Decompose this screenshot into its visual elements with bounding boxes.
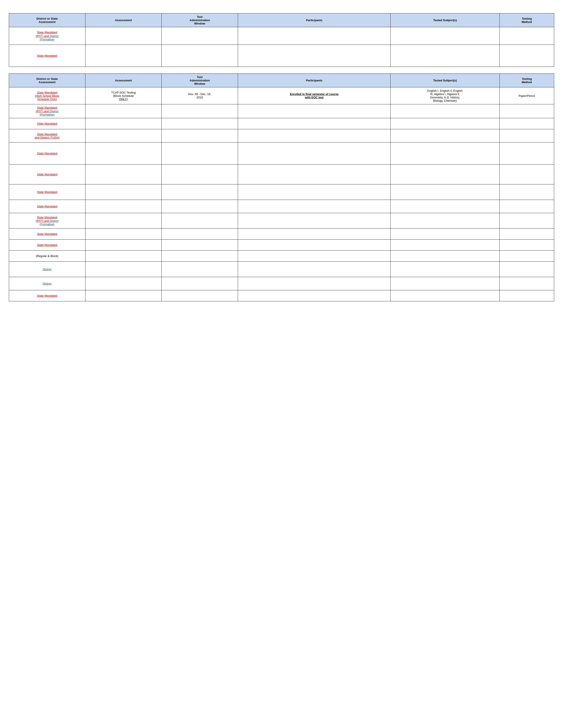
participants-cell [238,251,390,262]
window-cell [162,104,238,118]
window-cell [162,229,238,240]
window-cell-hs: Nov. 28 - Dec. 16,2016 [162,87,238,104]
assessment-cell [85,165,162,184]
subjects-cell [391,262,500,277]
district-link-rti3[interactable]: State Mandated(RTI2) and District(Format… [36,216,58,226]
subjects-cell [391,290,500,301]
participants-cell [238,229,390,240]
participants-cell [238,290,390,301]
window-cell [162,251,238,262]
regular-block-text: (Regular & Block) [36,254,58,258]
district-link-state4[interactable]: State Mandated [37,173,57,176]
method-cell [500,143,554,165]
assessment-cell [85,129,162,143]
district-cell: District [9,277,85,290]
header-row: District or StateAssessment Assessment T… [9,13,554,27]
subjects-cell [391,251,500,262]
header-district: District or StateAssessment [9,13,85,27]
table-row: State Mandated [9,143,554,165]
table-row: State Mandated [9,240,554,251]
subjects-cell-hs: English I, English II, EnglishIII, Algeb… [391,87,500,104]
method-cell [500,200,554,213]
assessment-cell [85,229,162,240]
district-link-state3[interactable]: State Mandated [37,152,57,155]
district-link-state2[interactable]: State Mandated [37,122,57,125]
header-district-2: District or StateAssessment [9,74,85,87]
assessment-cell [85,262,162,277]
window-cell [162,45,238,67]
participants-cell [238,213,390,229]
assessment-cell [85,118,162,129]
header-method: TestingMethod [500,13,554,27]
table-row: District [9,262,554,277]
assessment-cell [85,104,162,118]
district-cell: State Mandated [9,143,85,165]
table-row: State Mandated [9,290,554,301]
participants-cell-hs: Enrolled in final semester of coursewith… [238,87,390,104]
district-cell: State Mandated [9,229,85,240]
table-row: State Mandated [9,184,554,200]
section-1: District or StateAssessment Assessment T… [9,13,554,67]
table-row: State Mandated(RTI2) and District(Format… [9,27,554,45]
district-link-state7[interactable]: State Mandated [37,232,57,236]
method-cell [500,184,554,200]
table-row: State Mandated [9,200,554,213]
method-cell [500,262,554,277]
district-link-rti1[interactable]: State Mandated(RTI2) and District(Format… [36,31,58,41]
header-subjects: Tested Subject(s) [391,13,500,27]
district-link-state1[interactable]: State Mandated [37,54,57,57]
assessment-cell [85,240,162,251]
method-cell [500,27,554,45]
district-link-district2[interactable]: District [43,282,51,285]
district-link-tuda[interactable]: State Mandatedand District (TUDA) [35,133,60,139]
window-cell [162,213,238,229]
assessment-cell [85,143,162,165]
subjects-cell [391,184,500,200]
district-cell-hs: State Mandated(High School BlockSchedule… [9,87,85,104]
participants-cell [238,184,390,200]
method-cell [500,165,554,184]
header-window-2: TestAdministrationWindow [162,74,238,87]
subjects-cell [391,118,500,129]
table-row-hs-block: State Mandated(High School BlockSchedule… [9,87,554,104]
subjects-cell [391,213,500,229]
method-cell [500,240,554,251]
table-1: District or StateAssessment Assessment T… [9,13,554,67]
method-cell [500,229,554,240]
subjects-cell [391,104,500,118]
header-assessment: Assessment [85,13,162,27]
district-cell-regular-block: (Regular & Block) [9,251,85,262]
assessment-cell [85,200,162,213]
subjects-cell [391,229,500,240]
window-cell [162,129,238,143]
participants-cell [238,165,390,184]
window-cell [162,290,238,301]
district-link-state9[interactable]: State Mandated [37,294,57,297]
district-link-rti2[interactable]: State Mandated(RTI2) and District(Format… [36,106,58,116]
district-cell: State Mandated [9,184,85,200]
method-cell [500,104,554,118]
window-cell [162,262,238,277]
window-cell [162,143,238,165]
district-link-state6[interactable]: State Mandated [37,205,57,208]
subjects-cell [391,165,500,184]
header-assessment-2: Assessment [85,74,162,87]
subjects-cell [391,45,500,67]
district-cell: State Mandated [9,165,85,184]
participants-cell [238,277,390,290]
window-cell [162,277,238,290]
district-link-district1[interactable]: District [43,268,51,271]
district-link-state8[interactable]: State Mandated [37,243,57,247]
assessment-cell [85,251,162,262]
district-cell: State Mandated(RTI2) and District(Format… [9,104,85,118]
subjects-cell [391,129,500,143]
subjects-cell [391,143,500,165]
district-link-hs[interactable]: State Mandated(High School BlockSchedule… [35,91,59,101]
district-cell: State Mandated [9,240,85,251]
assessment-cell [85,184,162,200]
district-cell: District [9,262,85,277]
participants-cell [238,45,390,67]
assessment-cell [85,290,162,301]
participants-cell [238,118,390,129]
district-link-state5[interactable]: State Mandated [37,190,57,194]
